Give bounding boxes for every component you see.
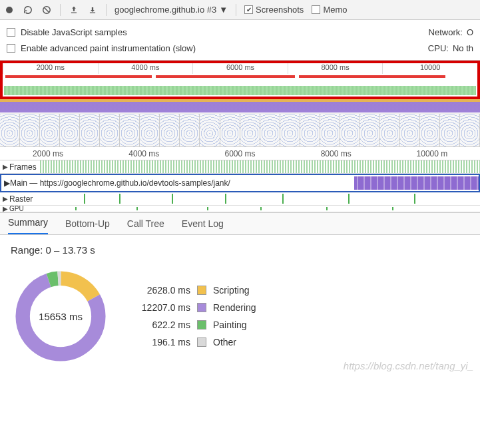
screenshot-thumb[interactable]: [260, 114, 280, 146]
screenshot-thumb[interactable]: [20, 114, 40, 146]
devtools-toolbar: googlechrome.github.io #3 ▼ ✔ Screenshot…: [0, 0, 480, 20]
cpu-label: CPU:: [428, 43, 449, 53]
overview-pane[interactable]: 2000 ms 4000 ms 6000 ms 8000 ms 10000: [0, 61, 480, 99]
gpu-label: GPU: [9, 206, 24, 212]
tick: 6000 ms: [192, 63, 288, 74]
screenshot-thumb[interactable]: [200, 114, 220, 146]
raster-track[interactable]: ▶ Raster: [0, 192, 480, 206]
screenshot-thumb[interactable]: [240, 114, 260, 146]
screenshot-thumb[interactable]: [180, 114, 200, 146]
screenshot-thumb[interactable]: [360, 114, 380, 146]
timeline-ruler[interactable]: 2000 ms 4000 ms 6000 ms 8000 ms 10000 m: [0, 147, 480, 160]
frames-track[interactable]: ▶ Frames: [0, 160, 480, 174]
network-label: Network:: [429, 27, 463, 37]
separator: [236, 4, 236, 16]
expand-arrow-icon[interactable]: ▶: [3, 206, 9, 212]
recording-label: googlechrome.github.io #3: [115, 5, 216, 15]
summary-legend: 2628.0 msScripting12207.0 msRendering622…: [130, 282, 256, 351]
screenshot-thumb[interactable]: [400, 114, 420, 146]
tick: 4000 ms: [98, 63, 193, 74]
tick: 2000 ms: [3, 63, 98, 74]
overview-fps-bars: [5, 75, 475, 78]
expand-arrow-icon[interactable]: ▶: [4, 178, 10, 188]
screenshot-thumb[interactable]: [340, 114, 360, 146]
disable-js-row[interactable]: Disable JavaScript samples Network: O: [7, 24, 473, 40]
screenshot-thumb[interactable]: [220, 114, 240, 146]
legend-row: 196.1 msOther: [130, 334, 256, 351]
tick: 6000 ms: [192, 149, 288, 158]
tick: 8000 ms: [288, 63, 383, 74]
summary-donut-chart: 15653 ms: [11, 266, 111, 366]
download-icon[interactable]: [87, 5, 98, 15]
tick: 2000 ms: [0, 149, 96, 158]
raster-bars: [40, 192, 480, 205]
legend-ms: 196.1 ms: [130, 337, 190, 347]
expand-arrow-icon[interactable]: ▶: [3, 163, 9, 170]
legend-ms: 622.2 ms: [130, 320, 190, 330]
screenshot-thumb[interactable]: [100, 114, 120, 146]
screenshot-thumb[interactable]: [120, 114, 140, 146]
legend-row: 12207.0 msRendering: [130, 299, 256, 316]
tab-summary[interactable]: Summary: [8, 217, 48, 234]
tick: 10000 m: [384, 149, 480, 158]
clear-icon[interactable]: [41, 5, 52, 15]
summary-pane: Range: 0 – 13.73 s 15653 ms 2628.0 msScr…: [0, 235, 480, 375]
screenshot-thumb[interactable]: [140, 114, 160, 146]
legend-row: 2628.0 msScripting: [130, 282, 256, 299]
raster-label: Raster: [9, 194, 33, 204]
checkbox-icon: [7, 44, 15, 53]
screenshot-thumb[interactable]: [420, 114, 440, 146]
checkbox-icon: ✔: [244, 5, 253, 14]
activity-flame-strip[interactable]: [0, 99, 480, 114]
upload-icon[interactable]: [69, 5, 79, 15]
screenshots-checkbox[interactable]: ✔ Screenshots: [244, 5, 304, 15]
screenshot-thumb[interactable]: [80, 114, 100, 146]
checkbox-icon: [312, 5, 320, 14]
memory-checkbox[interactable]: Memo: [312, 5, 347, 15]
network-value[interactable]: O: [467, 27, 473, 37]
tick: 4000 ms: [96, 149, 192, 158]
screenshot-thumb[interactable]: [60, 114, 80, 146]
tab-call-tree[interactable]: Call Tree: [127, 218, 164, 234]
recording-dropdown[interactable]: googlechrome.github.io #3 ▼: [115, 5, 228, 15]
reload-icon[interactable]: [23, 5, 33, 15]
enable-paint-label: Enable advanced paint instrumentation (s…: [21, 43, 196, 53]
disable-js-label: Disable JavaScript samples: [21, 27, 127, 37]
frames-bars: [40, 160, 480, 173]
screenshot-thumb[interactable]: [460, 114, 480, 146]
screenshot-thumb[interactable]: [320, 114, 340, 146]
screenshot-thumb[interactable]: [280, 114, 300, 146]
legend-label: Other: [213, 337, 236, 347]
memory-label: Memo: [323, 5, 347, 15]
overview-ruler: 2000 ms 4000 ms 6000 ms 8000 ms 10000: [3, 63, 477, 74]
legend-label: Scripting: [213, 285, 249, 296]
legend-row: 622.2 msPainting: [130, 316, 256, 334]
screenshot-thumb[interactable]: [160, 114, 180, 146]
gpu-track[interactable]: ▶ GPU: [0, 206, 480, 212]
screenshot-thumb[interactable]: [300, 114, 320, 146]
screenshot-thumb[interactable]: [0, 114, 20, 146]
tab-bottom-up[interactable]: Bottom-Up: [65, 218, 110, 234]
screenshot-thumb[interactable]: [380, 114, 400, 146]
screenshot-thumb[interactable]: [440, 114, 460, 146]
enable-paint-row[interactable]: Enable advanced paint instrumentation (s…: [7, 40, 473, 56]
screenshot-thumb[interactable]: [40, 114, 60, 146]
cpu-value[interactable]: No th: [453, 43, 473, 53]
legend-swatch: [197, 303, 206, 312]
svg-rect-1: [71, 12, 77, 13]
tab-event-log[interactable]: Event Log: [182, 218, 224, 234]
expand-arrow-icon[interactable]: ▶: [3, 195, 9, 202]
details-tabs: Summary Bottom-Up Call Tree Event Log: [0, 212, 480, 235]
capture-settings: Disable JavaScript samples Network: O En…: [0, 20, 480, 61]
legend-label: Rendering: [213, 302, 256, 313]
legend-ms: 2628.0 ms: [130, 285, 190, 296]
overview-cpu-graph: [4, 86, 476, 95]
record-icon[interactable]: [4, 5, 15, 15]
checkbox-icon: [7, 28, 15, 37]
separator: [60, 4, 61, 16]
donut-total: 15653 ms: [11, 266, 111, 366]
legend-swatch: [197, 337, 206, 347]
legend-ms: 12207.0 ms: [130, 302, 190, 313]
screenshot-strip[interactable]: [0, 114, 480, 147]
main-track[interactable]: ▶ Main — https://googlechrome.github.io/…: [0, 174, 480, 192]
